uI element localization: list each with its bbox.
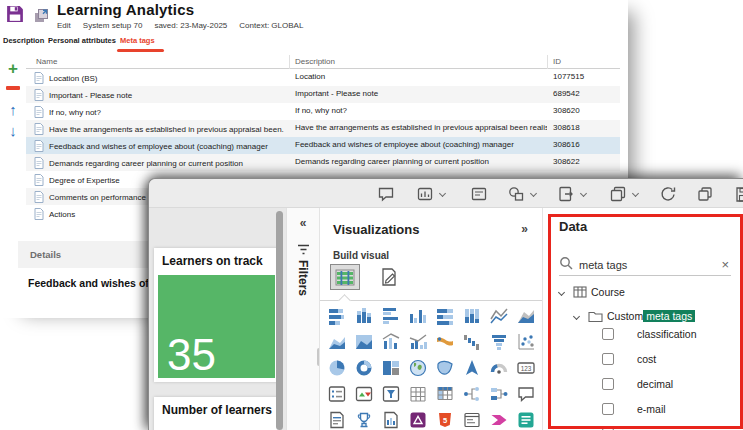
move-up-button[interactable]: ↑	[2, 102, 24, 117]
gauge-icon[interactable]	[485, 358, 512, 378]
clustered-column-chart-icon[interactable]	[404, 306, 431, 326]
scrollbar-thumb[interactable]	[276, 211, 283, 430]
comment-icon[interactable]	[377, 185, 395, 203]
chart-visual-number-of-learners[interactable]: Number of learners 60	[154, 397, 279, 430]
power-apps-icon[interactable]	[404, 410, 431, 430]
table-row[interactable]: Demands regarding career planning or cur…	[26, 154, 620, 171]
hundred-stacked-bar-chart-icon[interactable]	[431, 306, 458, 326]
clear-search-icon[interactable]: ×	[721, 257, 731, 272]
copy-icon[interactable]	[696, 185, 714, 203]
build-visual-tab[interactable]	[330, 264, 360, 290]
card-visual-learners-on-track[interactable]: Learners on track 35	[154, 248, 279, 382]
kpi-icon[interactable]	[350, 384, 377, 404]
field-checkbox[interactable]	[602, 378, 614, 390]
tab-description[interactable]: Description	[3, 36, 44, 45]
tab-meta-tags[interactable]: Meta tags	[120, 36, 155, 45]
table-row[interactable]: If no, why not?If no, why not?308620	[26, 103, 620, 120]
tree-item-course[interactable]: Course	[543, 284, 743, 300]
script-visual-icon[interactable]	[458, 410, 485, 430]
scatter-chart-icon[interactable]	[512, 332, 539, 352]
table-row[interactable]: Feedback and wishes of employee about (c…	[26, 137, 620, 154]
power-automate-icon[interactable]	[485, 410, 512, 430]
save-icon[interactable]	[5, 4, 25, 29]
slicer-icon[interactable]	[377, 384, 404, 404]
chevron-down-icon[interactable]	[573, 312, 580, 319]
field-row[interactable]: internet address	[543, 424, 743, 430]
key-influencers-icon[interactable]	[485, 384, 512, 404]
clustered-bar-chart-icon[interactable]	[377, 306, 404, 326]
azure-map-icon[interactable]	[458, 358, 485, 378]
text-box-icon[interactable]	[470, 185, 488, 203]
stacked-bar-chart-icon[interactable]	[323, 306, 350, 326]
field-row[interactable]: cost	[543, 349, 743, 374]
hundred-stacked-column-chart-icon[interactable]	[458, 306, 485, 326]
qa-icon[interactable]	[512, 384, 539, 404]
new-page-icon[interactable]	[557, 185, 575, 203]
hundred-stacked-area-chart-icon[interactable]	[350, 332, 377, 352]
chevron-down-icon[interactable]	[580, 190, 587, 197]
table-row[interactable]: Location (BS)Location1077515	[26, 69, 620, 86]
field-checkbox[interactable]	[602, 328, 614, 340]
paginated-report-icon[interactable]	[377, 410, 404, 430]
area-chart-icon[interactable]	[512, 306, 539, 326]
field-row[interactable]: classification	[543, 324, 743, 349]
field-label[interactable]: decimal	[637, 378, 673, 390]
line-and-stacked-column-chart-icon[interactable]	[377, 332, 404, 352]
filters-pane-label[interactable]: Filters	[296, 260, 310, 296]
treemap-icon[interactable]	[377, 358, 404, 378]
move-down-button[interactable]: ↓	[2, 123, 24, 138]
html-viewer-icon[interactable]: 5	[431, 410, 458, 430]
table-row[interactable]: Important - Please noteImportant - Pleas…	[26, 86, 620, 103]
field-checkbox[interactable]	[602, 353, 614, 365]
decomposition-tree-icon[interactable]	[458, 384, 485, 404]
pie-chart-icon[interactable]	[323, 358, 350, 378]
matrix-icon[interactable]	[431, 384, 458, 404]
line-and-clustered-column-chart-icon[interactable]	[404, 332, 431, 352]
field-label[interactable]: classification	[637, 328, 697, 340]
personalize-icon[interactable]	[416, 185, 434, 203]
chevron-down-icon[interactable]	[558, 288, 565, 295]
waterfall-chart-icon[interactable]	[458, 332, 485, 352]
remove-row-button[interactable]	[6, 86, 20, 90]
canvas-scrollbar[interactable]	[276, 211, 283, 430]
save-as-icon[interactable]	[33, 7, 51, 29]
donut-chart-icon[interactable]	[350, 358, 377, 378]
document-icon	[34, 140, 44, 152]
map-icon[interactable]	[404, 358, 431, 378]
custom-visual-icon[interactable]	[512, 410, 539, 430]
data-search-box: ×	[559, 254, 731, 276]
line-chart-icon[interactable]	[485, 306, 512, 326]
chevron-down-icon[interactable]	[632, 190, 639, 197]
add-row-button[interactable]: +	[2, 60, 24, 77]
chevron-down-icon[interactable]	[530, 190, 537, 197]
data-search-input[interactable]	[579, 259, 699, 271]
duplicate-page-icon[interactable]	[609, 185, 627, 203]
table-icon[interactable]	[404, 384, 431, 404]
shapes-icon[interactable]	[507, 185, 525, 203]
stacked-area-chart-icon[interactable]	[323, 332, 350, 352]
edit-menu[interactable]: Edit	[57, 21, 71, 30]
smart-narrative-icon[interactable]	[323, 410, 350, 430]
chevron-down-icon[interactable]	[439, 190, 446, 197]
funnel-chart-icon[interactable]	[485, 332, 512, 352]
expand-filters-button[interactable]: «	[287, 216, 319, 230]
expand-pane-button[interactable]: »	[521, 222, 528, 236]
field-row[interactable]: e-mail	[543, 399, 743, 424]
save-icon[interactable]	[734, 185, 743, 203]
refresh-icon[interactable]	[659, 185, 677, 203]
format-visual-tab[interactable]	[376, 264, 402, 290]
field-label[interactable]: e-mail	[637, 403, 666, 415]
ribbon-chart-icon[interactable]	[431, 332, 458, 352]
field-checkbox[interactable]	[602, 403, 614, 415]
multi-row-card-icon[interactable]	[323, 384, 350, 404]
card-icon[interactable]: 123	[512, 358, 539, 378]
filled-map-icon[interactable]	[431, 358, 458, 378]
field-label[interactable]: cost	[637, 353, 656, 365]
tab-personal-attributes[interactable]: Personal attributes	[48, 36, 116, 45]
stacked-column-chart-icon[interactable]	[350, 306, 377, 326]
table-row[interactable]: Have the arrangements as established in …	[26, 120, 620, 137]
goals-icon[interactable]	[350, 410, 377, 430]
row-name: Feedback and wishes of employee about (c…	[49, 142, 268, 151]
field-row[interactable]: decimal	[543, 374, 743, 399]
tree-item-custom-meta-tags[interactable]: Custom meta tags	[543, 308, 743, 324]
